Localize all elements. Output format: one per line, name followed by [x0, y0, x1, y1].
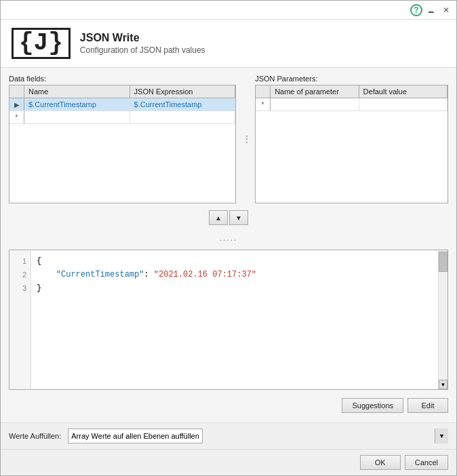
dialog-title: JSON Write	[80, 32, 205, 44]
table-row[interactable]: ▶ $.CurrentTimestamp $.CurrentTimestamp	[9, 98, 235, 111]
row-arrow: ▶	[9, 98, 24, 111]
new-row-expression	[130, 111, 236, 123]
new-row-name	[24, 111, 130, 123]
json-parameters-body: *	[256, 98, 448, 203]
move-down-button[interactable]: ▼	[229, 210, 248, 225]
json-parameters-table: Name of parameter Default value *	[255, 85, 448, 203]
move-up-button[interactable]: ▲	[209, 210, 228, 225]
data-fields-section: Data fields: Name JSON Expression ▶ $.Cu…	[9, 75, 236, 203]
code-editor: 1 2 3 { "CurrentTimestamp": "2021.02.16 …	[9, 250, 448, 390]
line-numbers: 1 2 3	[9, 250, 31, 389]
ok-button[interactable]: OK	[360, 455, 401, 470]
json-parameters-label: JSON Parameters:	[255, 75, 448, 83]
werte-select-wrapper: Array Werte auf allen Ebenen auffüllen ▼	[68, 429, 448, 443]
param-new-row-indicator: *	[256, 98, 271, 111]
vertical-splitter[interactable]: ⋮	[243, 75, 248, 203]
dialog: ? 🗕 ✕ {J} JSON Write Configuration of JS…	[0, 0, 457, 476]
header-text: JSON Write Configuration of JSON path va…	[80, 32, 205, 55]
param-new-row-value	[359, 98, 448, 111]
new-row-indicator: *	[9, 111, 24, 123]
close-button[interactable]: ✕	[440, 4, 452, 16]
horizontal-splitter[interactable]: .....	[9, 232, 448, 244]
data-fields-label: Data fields:	[9, 75, 236, 83]
table-row-new[interactable]: *	[9, 111, 235, 124]
name-column-header: Name	[24, 85, 130, 98]
suggestions-button[interactable]: Suggestions	[342, 398, 403, 413]
line-number-3: 3	[22, 281, 26, 295]
line-number-1: 1	[22, 254, 26, 268]
code-line-2: "CurrentTimestamp": "2021.02.16 07:17:37…	[37, 268, 433, 281]
bottom-buttons: Suggestions Edit	[9, 395, 448, 416]
data-fields-header: Name JSON Expression	[9, 85, 235, 98]
cancel-button[interactable]: Cancel	[405, 455, 448, 470]
app-icon: {J}	[12, 28, 71, 59]
code-line-1: {	[37, 254, 433, 268]
scrollbar-thumb[interactable]	[439, 252, 448, 272]
help-button[interactable]: ?	[410, 4, 422, 16]
werte-auffuellen-select[interactable]: Array Werte auf allen Ebenen auffüllen	[68, 429, 203, 443]
row-name-cell: $.CurrentTimestamp	[24, 98, 130, 111]
line-number-2: 2	[22, 268, 26, 281]
param-name-header: Name of parameter	[271, 85, 359, 98]
header: {J} JSON Write Configuration of JSON pat…	[1, 20, 456, 68]
minimize-button[interactable]: 🗕	[425, 4, 437, 16]
row-marker-header	[9, 85, 24, 98]
toolbar-row: ▲ ▼	[9, 209, 448, 226]
tables-row: Data fields: Name JSON Expression ▶ $.Cu…	[9, 75, 448, 203]
dialog-subtitle: Configuration of JSON path values	[80, 45, 205, 55]
json-parameters-header: Name of parameter Default value	[256, 85, 448, 98]
edit-button[interactable]: Edit	[408, 398, 448, 413]
row-expression-cell: $.CurrentTimestamp	[130, 98, 236, 111]
code-line-3: }	[37, 281, 433, 295]
data-fields-table: Name JSON Expression ▶ $.CurrentTimestam…	[9, 85, 236, 203]
title-bar: ? 🗕 ✕	[1, 1, 456, 20]
code-content[interactable]: { "CurrentTimestamp": "2021.02.16 07:17:…	[31, 250, 438, 389]
param-marker-header	[256, 85, 271, 98]
expression-column-header: JSON Expression	[130, 85, 236, 98]
json-parameters-section: JSON Parameters: Name of parameter Defau…	[255, 75, 448, 203]
dialog-footer: OK Cancel	[1, 449, 456, 475]
default-value-header: Default value	[359, 85, 448, 98]
code-scrollbar[interactable]: ▼	[438, 250, 448, 389]
werte-auffuellen-label: Werte Auffüllen:	[9, 432, 61, 440]
param-table-row-new[interactable]: *	[256, 98, 448, 111]
select-dropdown-icon: ▼	[435, 429, 448, 443]
main-content: Data fields: Name JSON Expression ▶ $.Cu…	[1, 68, 456, 422]
scrollbar-arrow-down[interactable]: ▼	[439, 380, 448, 389]
werte-auffuellen-row: Werte Auffüllen: Array Werte auf allen E…	[1, 422, 456, 449]
data-fields-body: ▶ $.CurrentTimestamp $.CurrentTimestamp …	[9, 98, 235, 203]
param-new-row-name	[271, 98, 359, 111]
